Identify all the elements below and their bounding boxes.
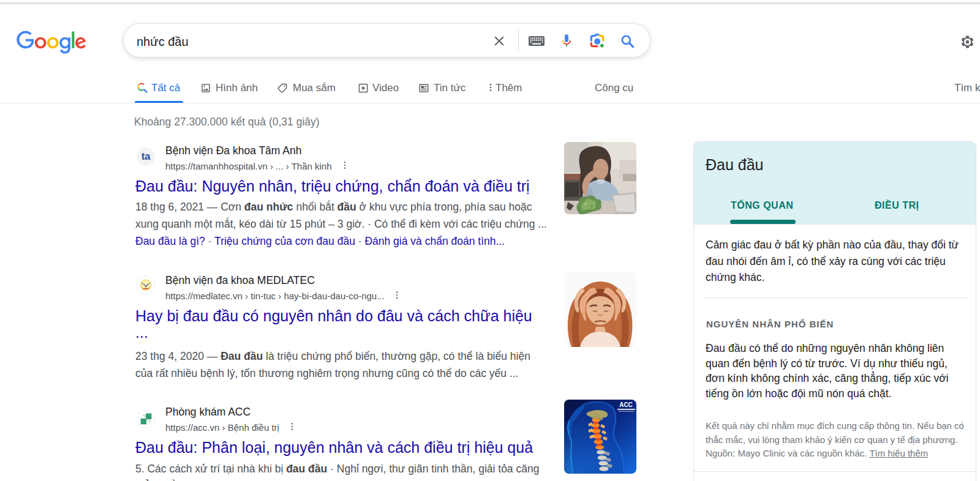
svg-text:ACC: ACC [619, 401, 633, 408]
